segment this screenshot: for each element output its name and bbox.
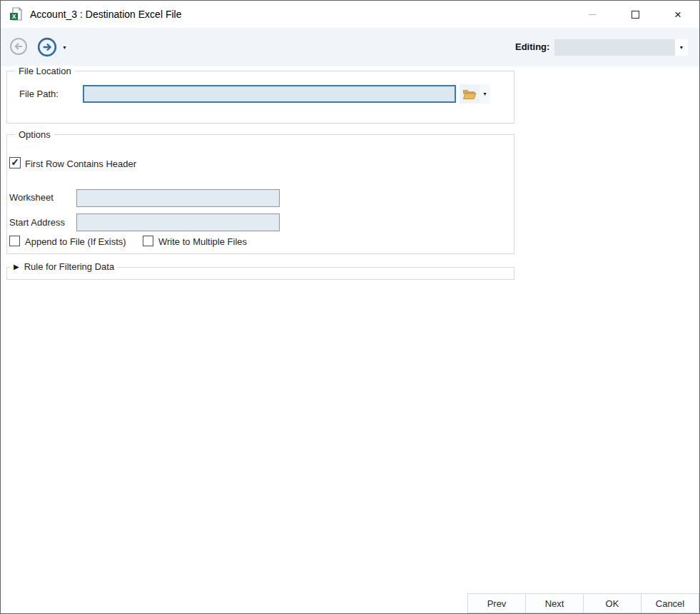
forward-button[interactable] xyxy=(37,37,57,57)
file-location-group: File Location File Path: ▼ xyxy=(6,71,514,124)
next-button[interactable]: Next xyxy=(525,593,584,613)
browse-folder-button[interactable] xyxy=(460,84,480,104)
back-button[interactable] xyxy=(9,37,29,57)
file-location-legend: File Location xyxy=(15,66,75,76)
excel-file-icon: X xyxy=(8,6,24,22)
footer-button-bar: Prev Next OK Cancel xyxy=(468,593,699,613)
editing-label: Editing: xyxy=(515,41,549,52)
filter-rules-legend: Rule for Filtering Data xyxy=(24,261,114,272)
toolbar: ▼ Editing: ▼ xyxy=(1,28,699,66)
start-address-input[interactable] xyxy=(76,213,280,231)
forward-dropdown-caret[interactable]: ▼ xyxy=(62,45,67,50)
forward-arrow-icon xyxy=(37,37,57,57)
filter-rules-header[interactable]: ▶ Rule for Filtering Data xyxy=(10,261,118,272)
first-row-header-checkbox[interactable]: ✓ xyxy=(9,157,21,168)
close-icon: × xyxy=(674,9,681,21)
title-bar: X Account_3 : Destination Excel File × xyxy=(1,1,699,28)
maximize-icon xyxy=(631,11,639,19)
ok-button[interactable]: OK xyxy=(583,593,641,613)
options-legend: Options xyxy=(15,129,54,140)
open-folder-icon xyxy=(462,89,477,100)
append-to-file-checkbox[interactable] xyxy=(9,236,20,246)
cancel-button[interactable]: Cancel xyxy=(641,593,699,613)
browse-dropdown-button[interactable]: ▼ xyxy=(480,84,490,104)
svg-text:X: X xyxy=(12,13,16,20)
write-multiple-files-label[interactable]: Write to Multiple Files xyxy=(158,236,247,247)
prev-button[interactable]: Prev xyxy=(467,593,526,613)
chevron-down-icon: ▼ xyxy=(679,45,684,50)
first-row-header-label[interactable]: First Row Contains Header xyxy=(25,158,136,169)
maximize-button[interactable] xyxy=(614,1,656,28)
editing-dropdown-arrow-box[interactable]: ▼ xyxy=(675,39,688,56)
minimize-icon xyxy=(589,14,597,15)
append-to-file-label[interactable]: Append to File (If Exists) xyxy=(25,236,126,247)
options-group: Options ✓ First Row Contains Header Work… xyxy=(6,134,514,254)
editing-dropdown-value xyxy=(554,39,675,56)
start-address-label: Start Address xyxy=(9,217,65,228)
worksheet-label: Worksheet xyxy=(9,192,54,203)
write-multiple-files-checkbox[interactable] xyxy=(143,236,153,246)
back-arrow-icon xyxy=(9,37,28,56)
check-icon: ✓ xyxy=(11,157,19,167)
chevron-down-icon: ▼ xyxy=(482,91,487,96)
worksheet-input[interactable] xyxy=(76,189,280,207)
collapsed-arrow-icon: ▶ xyxy=(14,261,19,272)
file-path-label: File Path: xyxy=(19,89,59,99)
file-path-input[interactable] xyxy=(83,85,456,103)
window-title: Account_3 : Destination Excel File xyxy=(30,9,181,20)
dialog-window: X Account_3 : Destination Excel File × ▼… xyxy=(0,0,700,614)
close-button[interactable]: × xyxy=(656,1,699,28)
minimize-button[interactable] xyxy=(571,1,614,28)
window-controls: × xyxy=(571,1,699,28)
filter-rules-group: ▶ Rule for Filtering Data xyxy=(6,267,514,280)
editing-dropdown[interactable]: ▼ xyxy=(554,39,688,56)
